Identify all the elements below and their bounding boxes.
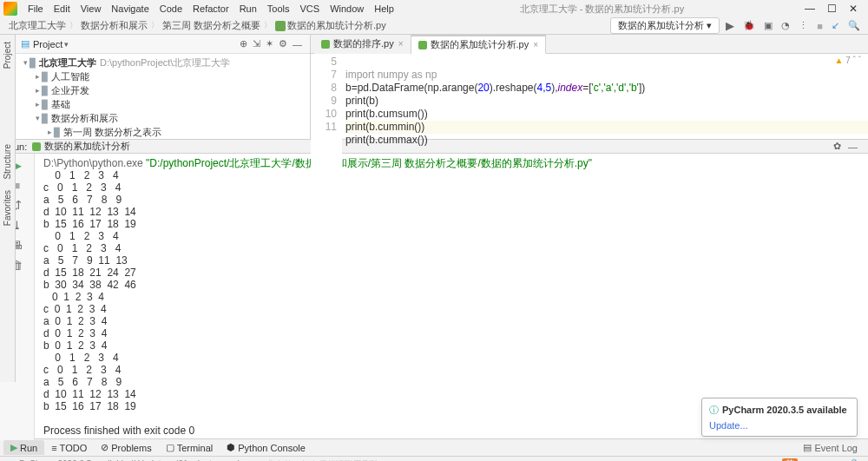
folder-icon: ▉ <box>30 58 36 68</box>
breadcrumb-file[interactable]: 数据的累加统计分析.py <box>272 19 390 32</box>
close-button[interactable]: ✕ <box>849 3 858 15</box>
run-button[interactable]: ▶ <box>723 19 737 32</box>
window-title: 北京理工大学 - 数据的累加统计分析.py <box>399 3 805 16</box>
menu-help[interactable]: Help <box>369 3 399 14</box>
search-icon[interactable]: 🔍 <box>845 20 863 31</box>
popup-title: PyCharm 2020.3.5 available <box>722 405 847 415</box>
tree-root[interactable]: ▾ ▉ 北京理工大学 D:\pythonProject\北京理工大学 <box>16 56 310 69</box>
update-popup: ⓘPyCharm 2020.3.5 available Update... <box>701 398 858 437</box>
menu-refactor[interactable]: Refactor <box>187 3 234 14</box>
maximize-button[interactable]: ☐ <box>827 3 837 15</box>
folder-icon: ▉ <box>42 72 49 82</box>
tree-folder[interactable]: ▸▉第一周 数据分析之表示 <box>16 125 310 139</box>
debug-button[interactable]: 🐞 <box>740 20 758 31</box>
warning-icon: ▲ <box>835 56 844 65</box>
event-log-icon: ▤ <box>803 442 812 453</box>
terminal-icon: ▢ <box>166 442 174 453</box>
more-button[interactable]: ⋮ <box>796 20 811 31</box>
folder-icon: ▉ <box>42 86 49 95</box>
menu-code[interactable]: Code <box>155 3 187 14</box>
chevron-icon: ˆ ˇ <box>853 56 861 65</box>
project-icon: ▤ <box>21 38 30 49</box>
run-config-dropdown[interactable]: 数据的累加统计分析 ▾ <box>610 17 720 34</box>
run-icon: ▶ <box>10 442 17 453</box>
expand-icon[interactable]: ▸ <box>33 72 42 81</box>
coverage-button[interactable]: ▣ <box>761 20 775 31</box>
tree-folder[interactable]: ▸▉人工智能 <box>16 69 310 83</box>
collapse-button[interactable]: ✶ <box>263 38 276 49</box>
tree-folder[interactable]: ▾▉数据分析和展示 <box>16 111 310 125</box>
editor-tab[interactable]: 数据的排序.py × <box>314 35 411 54</box>
navigation-bar: 北京理工大学 〉 数据分析和展示 〉 第三周 数据分析之概要 〉 数据的累加统计… <box>0 17 868 35</box>
favorites-tool-tab[interactable]: Favorites <box>3 185 12 231</box>
info-icon: ⓘ <box>709 405 719 415</box>
line-gutter: 5 7 8 9 10 11 <box>311 54 342 173</box>
python-file-icon <box>275 21 286 31</box>
python-file-icon <box>321 40 330 49</box>
run-config-name: 数据的累加统计分析 <box>44 140 130 153</box>
ime-indicator[interactable]: 英 <box>782 458 798 462</box>
left-tool-strip: Project <box>0 35 16 139</box>
expand-icon[interactable]: ▸ <box>33 100 42 109</box>
profile-button[interactable]: ◔ <box>779 20 792 31</box>
app-logo-icon <box>3 2 17 16</box>
expand-icon[interactable]: ▸ <box>33 86 42 95</box>
menu-edit[interactable]: Edit <box>49 3 76 14</box>
chevron-down-icon: ▾ <box>707 20 712 30</box>
menu-run[interactable]: Run <box>234 3 262 14</box>
minimize-button[interactable]: — <box>805 3 815 15</box>
settings-icon[interactable]: ⚙ <box>276 38 290 49</box>
watermark-text: ，非存储，如有侵权请联系删除。 <box>258 458 388 462</box>
menu-tools[interactable]: Tools <box>262 3 295 14</box>
inspection-widget[interactable]: ▲ 7 ˆ ˇ <box>835 56 861 65</box>
editor-tab-active[interactable]: 数据的累加统计分析.py × <box>411 35 547 54</box>
collapse-icon[interactable]: ▾ <box>21 58 30 67</box>
menu-vcs[interactable]: VCS <box>295 3 326 14</box>
editor-tabs: 数据的排序.py × 数据的累加统计分析.py × <box>311 35 868 54</box>
todo-icon: ≡ <box>51 443 56 453</box>
folder-icon: ▉ <box>42 100 49 109</box>
project-panel: ▤ Project ▾ ⊕ ⇲ ✶ ⚙ — ▾ ▉ 北京理工大学 D:\pyth… <box>16 35 311 139</box>
close-icon[interactable]: × <box>533 40 538 49</box>
chevron-right-icon: 〉 <box>264 20 272 31</box>
project-tool-tab[interactable]: Project <box>3 38 12 72</box>
locate-button[interactable]: ⊕ <box>237 38 250 49</box>
code-area[interactable]: import numpy as npb=pd.DataFrame(np.aran… <box>342 54 868 173</box>
expand-icon[interactable]: ▸ <box>45 128 54 136</box>
breadcrumb[interactable]: 北京理工大学 <box>5 19 69 32</box>
structure-tool-tab[interactable]: Structure <box>3 139 12 185</box>
tree-folder[interactable]: ▸▉企业开发 <box>16 83 310 97</box>
tab-problems[interactable]: ⊘Problems <box>94 440 158 455</box>
hide-button[interactable]: — <box>290 39 305 49</box>
breadcrumb[interactable]: 数据分析和展示 <box>77 19 151 32</box>
editor-body[interactable]: 5 7 8 9 10 11 import numpy as npb=pd.Dat… <box>311 54 868 173</box>
menu-window[interactable]: Window <box>325 3 369 14</box>
python-icon: ⬢ <box>227 442 235 453</box>
vcs-update-button[interactable]: ↙ <box>829 20 842 31</box>
tab-terminal[interactable]: ▢Terminal <box>159 440 220 455</box>
tab-todo[interactable]: ≡TODO <box>44 441 94 455</box>
tab-run[interactable]: ▶Run <box>3 440 44 455</box>
tab-python-console[interactable]: ⬢Python Console <box>220 440 312 455</box>
tree-folder[interactable]: ▸▉基础 <box>16 97 310 111</box>
folder-icon: ▉ <box>42 114 49 123</box>
python-file-icon <box>32 142 41 151</box>
update-link[interactable]: Update... <box>709 420 850 431</box>
bottom-tabs: ▶Run ≡TODO ⊘Problems ▢Terminal ⬢Python C… <box>0 438 868 456</box>
breadcrumb[interactable]: 第三周 数据分析之概要 <box>159 19 264 32</box>
folder-icon: ▉ <box>54 128 61 137</box>
expand-button[interactable]: ⇲ <box>250 38 263 49</box>
chevron-right-icon: 〉 <box>151 20 159 31</box>
status-bar: ▢ PyCharm 2020.3.5 available // Update..… <box>0 456 868 461</box>
menu-file[interactable]: File <box>23 3 49 14</box>
project-header-label[interactable]: Project <box>33 39 62 49</box>
menu-navigate[interactable]: Navigate <box>106 3 154 14</box>
run-tool-window: Run: 数据的累加统计分析 ✿ — ▶ ■ ⇵ ⤓ 🖶 🗑 D:\Python… <box>0 139 868 438</box>
stop-button[interactable]: ■ <box>814 21 825 31</box>
titlebar: File Edit View Navigate Code Refactor Ru… <box>0 0 868 17</box>
menu-view[interactable]: View <box>76 3 107 14</box>
close-icon[interactable]: × <box>398 39 404 49</box>
tab-event-log[interactable]: ▤Event Log <box>796 440 865 455</box>
chevron-down-icon[interactable]: ▾ <box>64 40 69 49</box>
expand-icon[interactable]: ▾ <box>33 114 42 122</box>
